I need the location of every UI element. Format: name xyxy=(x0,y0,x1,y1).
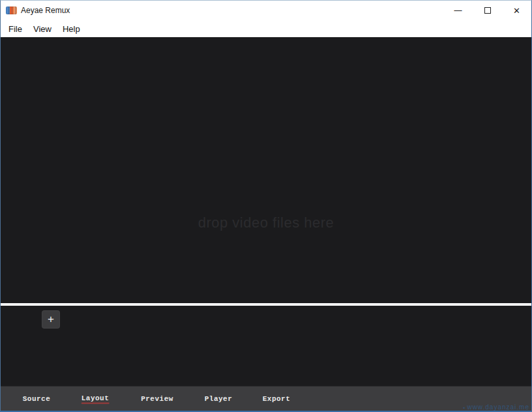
minimize-icon: — xyxy=(454,6,462,15)
app-icon xyxy=(6,7,17,14)
title-bar: Aeyae Remux — ✕ xyxy=(1,1,531,20)
close-button[interactable]: ✕ xyxy=(502,1,531,20)
minimize-button[interactable]: — xyxy=(443,1,473,20)
maximize-icon xyxy=(484,7,491,14)
watermark: ▪www.dayanzai.me xyxy=(464,404,529,411)
plus-icon: + xyxy=(48,313,54,326)
window-title: Aeyae Remux xyxy=(21,6,70,15)
maximize-button[interactable] xyxy=(473,1,502,20)
menu-bar: File View Help xyxy=(1,20,531,37)
watermark-icon: ▪ xyxy=(464,405,466,411)
add-clip-button[interactable]: + xyxy=(42,310,60,329)
tab-player[interactable]: Player xyxy=(204,394,233,404)
video-drop-area[interactable]: drop video files here xyxy=(1,37,531,303)
app-window: Aeyae Remux — ✕ File View Help drop vide… xyxy=(0,0,532,412)
drop-hint-text: drop video files here xyxy=(198,214,334,231)
menu-item-help[interactable]: Help xyxy=(61,22,81,36)
bottom-tab-bar: Source Layout Preview Player Export ▪www… xyxy=(1,386,531,411)
close-icon: ✕ xyxy=(513,6,520,16)
tab-layout[interactable]: Layout xyxy=(81,392,110,405)
watermark-text: www.dayanzai.me xyxy=(467,404,529,411)
clips-panel: + xyxy=(1,306,531,386)
tab-export[interactable]: Export xyxy=(262,394,291,404)
tab-source[interactable]: Source xyxy=(22,394,52,404)
tab-preview[interactable]: Preview xyxy=(140,394,174,404)
window-controls: — ✕ xyxy=(443,1,531,20)
menu-item-file[interactable]: File xyxy=(7,22,23,36)
menu-item-view[interactable]: View xyxy=(32,22,53,36)
